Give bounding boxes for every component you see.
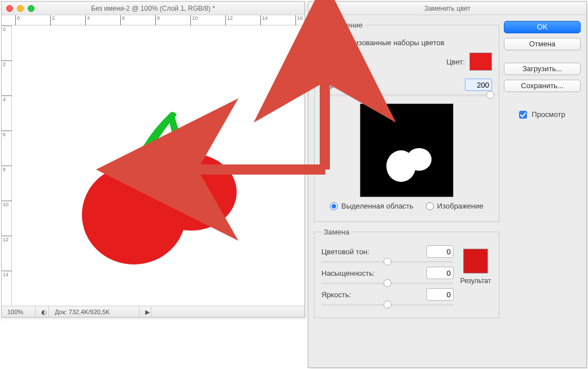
ruler-tick: 0 <box>15 15 20 25</box>
ruler-tick: 10 <box>2 201 12 207</box>
saturation-label: Насыщенность: <box>321 269 389 277</box>
lightness-slider[interactable] <box>321 304 454 306</box>
radio-selection-label: Выделенная область <box>341 202 413 210</box>
zoom-display[interactable]: 100% <box>2 306 36 318</box>
eyedropper-add-tool[interactable] <box>337 56 352 71</box>
saturation-input[interactable] <box>426 267 454 279</box>
docsize-display: Док: 732,4K/920,5K <box>49 306 140 318</box>
result-label: Результат <box>458 277 493 285</box>
radio-image-label: Изображение <box>437 202 484 210</box>
eyedropper-tool[interactable] <box>321 56 336 71</box>
replacement-group: Замена Цветовой тон: Насыщенность: Яркос… <box>314 228 499 318</box>
selection-legend: Выделение <box>321 21 365 29</box>
ruler-tick: 12 <box>2 236 12 242</box>
selection-group: Выделение Локализованные наборы цветов <box>314 21 499 222</box>
status-bar: 100% ◐ Док: 732,4K/920,5K ▶ <box>2 306 304 317</box>
status-menu-arrow-icon[interactable]: ▶ <box>140 306 151 318</box>
save-button[interactable]: Сохранить... <box>504 80 581 92</box>
localized-clusters-label: Локализованные наборы цветов <box>334 38 445 47</box>
document-window: Без имени-2 @ 100% (Слой 1, RGB/8) * 0 2… <box>1 1 305 318</box>
ruler-vertical: 0 2 4 6 8 10 12 14 16 <box>2 25 12 306</box>
ruler-tick: 6 <box>2 131 12 137</box>
fuzziness-label: брос: <box>321 81 344 89</box>
load-button[interactable]: Загрузить... <box>504 63 581 75</box>
replace-color-dialog: Заменить цвет Выделение Локализованные н… <box>308 1 587 368</box>
selection-preview[interactable] <box>360 103 454 197</box>
hue-input[interactable] <box>426 245 454 258</box>
status-icon[interactable]: ◐ <box>36 306 49 318</box>
radio-image[interactable] <box>426 202 434 210</box>
ruler-tick: 2 <box>50 15 55 25</box>
document-title: Без имени-2 @ 100% (Слой 1, RGB/8) * <box>6 5 300 12</box>
radio-selection[interactable] <box>330 202 338 210</box>
ruler-tick: 12 <box>225 15 233 25</box>
ruler-tick: 0 <box>2 25 12 32</box>
svg-point-1 <box>82 165 186 264</box>
ruler-tick: 4 <box>2 95 12 102</box>
preview-label: Просмотр <box>532 110 565 119</box>
canvas[interactable] <box>12 25 304 306</box>
ruler-horizontal: 0 2 4 6 8 10 12 14 16 <box>12 15 304 25</box>
preview-checkbox[interactable] <box>519 111 527 119</box>
ok-button[interactable]: OK <box>504 21 581 33</box>
close-icon[interactable] <box>6 5 13 12</box>
color-label: Цвет: <box>446 58 465 66</box>
cherry-artwork <box>12 25 304 306</box>
ruler-tick: 6 <box>120 15 125 25</box>
ruler-tick: 10 <box>190 15 198 25</box>
eyedropper-subtract-tool[interactable] <box>353 56 368 71</box>
minimize-icon[interactable] <box>17 5 24 12</box>
ruler-tick: 2 <box>2 60 12 67</box>
titlebar: Без имени-2 @ 100% (Слой 1, RGB/8) * <box>2 2 304 15</box>
ruler-tick: 8 <box>155 15 160 25</box>
lightness-label: Яркость: <box>321 290 389 299</box>
hue-label: Цветовой тон: <box>321 248 389 256</box>
zoom-icon[interactable] <box>28 5 34 12</box>
cancel-button[interactable]: Отмена <box>504 38 581 50</box>
dialog-title: Заменить цвет <box>313 5 582 12</box>
ruler-tick: 4 <box>85 15 90 25</box>
fuzziness-input[interactable] <box>465 79 492 91</box>
localized-clusters-checkbox[interactable] <box>321 39 329 47</box>
ruler-tick: 8 <box>2 166 12 172</box>
replacement-legend: Замена <box>321 228 352 236</box>
ruler-tick: 14 <box>260 15 268 25</box>
hue-slider[interactable] <box>321 261 454 263</box>
ruler-tick: 16 <box>295 15 303 25</box>
ruler-tick: 14 <box>2 271 12 277</box>
color-swatch[interactable] <box>469 53 492 71</box>
dialog-titlebar: Заменить цвет <box>308 2 586 15</box>
lightness-input[interactable] <box>426 288 454 301</box>
result-swatch[interactable] <box>463 249 488 274</box>
fuzziness-slider[interactable] <box>321 94 492 97</box>
svg-point-3 <box>407 148 432 171</box>
saturation-slider[interactable] <box>321 283 454 285</box>
window-controls <box>6 5 34 12</box>
